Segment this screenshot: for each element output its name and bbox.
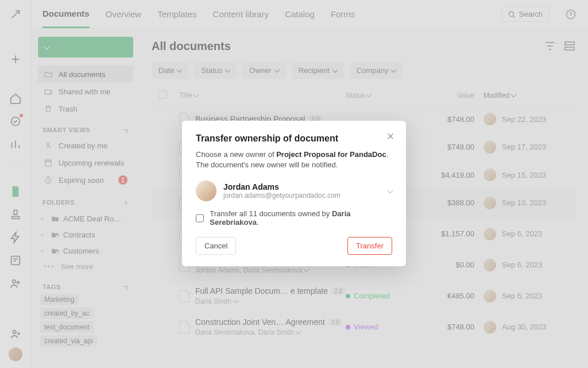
owner-email: jordan.adams@getyourpandadoc.com <box>223 191 381 200</box>
owner-avatar <box>196 181 216 201</box>
transfer-ownership-modal: Transfer ownership of document Choose a … <box>182 121 406 266</box>
close-icon[interactable] <box>385 131 396 141</box>
cancel-button[interactable]: Cancel <box>196 237 236 255</box>
modal-title: Transfer ownership of document <box>196 133 392 144</box>
transfer-button[interactable]: Transfer <box>347 237 392 255</box>
owner-select[interactable]: Jordan Adams jordan.adams@getyourpandado… <box>196 178 392 209</box>
transfer-all-checkbox[interactable]: Transfer all 11 documents owned by Daria… <box>196 209 392 227</box>
modal-overlay: Transfer ownership of document Choose a … <box>0 0 588 368</box>
modal-description: Choose a new owner of Project Proposal f… <box>196 150 392 170</box>
chevron-down-icon <box>388 186 392 196</box>
owner-name: Jordan Adams <box>223 182 381 191</box>
